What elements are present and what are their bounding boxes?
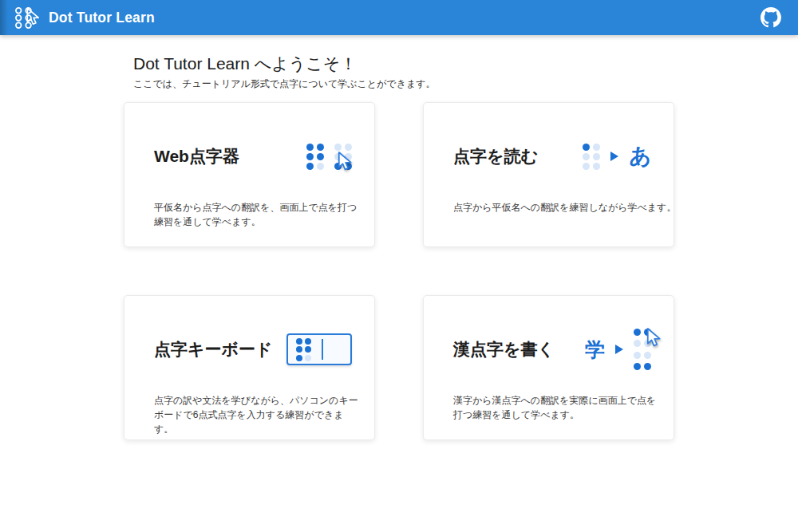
card-description: 点字から平仮名への翻訳を練習しながら学べます。 bbox=[453, 200, 661, 215]
main-content: Dot Tutor Learn へようこそ！ ここでは、チュートリアル形式で点字… bbox=[0, 35, 798, 440]
braille-dot bbox=[583, 163, 590, 170]
braille-dot bbox=[634, 329, 641, 336]
braille-dot bbox=[317, 163, 324, 170]
braille-dot bbox=[296, 338, 302, 345]
braille-dot bbox=[306, 163, 314, 170]
card-title-row: Web点字器 bbox=[154, 125, 361, 187]
braille-dot bbox=[644, 329, 651, 336]
braille-dot bbox=[583, 153, 590, 160]
braille-dot bbox=[305, 338, 311, 345]
braille-cell bbox=[306, 144, 324, 170]
app-logo[interactable] bbox=[13, 5, 39, 31]
kanji-char: 学 bbox=[585, 340, 605, 360]
github-link[interactable] bbox=[760, 7, 781, 28]
braille-dot bbox=[345, 153, 352, 160]
braille-dot bbox=[593, 144, 600, 151]
braille-dot bbox=[296, 346, 302, 353]
braille-cursor-logo-icon bbox=[13, 5, 39, 31]
braille-dot bbox=[306, 144, 314, 151]
card-description: 点字の訳や文法を学びながら、パソコンのキーボードで6点式点字を入力する練習ができ… bbox=[154, 393, 361, 436]
card-description: 漢字から漢点字への翻訳を実際に画面上で点を打つ練習を通して学べます。 bbox=[453, 393, 661, 422]
braille-cells-cursor-icon bbox=[306, 144, 352, 170]
card-read-braille[interactable]: 点字を読む あ 点字から平仮名への翻訳を練習しながら学べます。 bbox=[423, 102, 674, 247]
braille-to-hiragana-icon: あ bbox=[583, 144, 651, 170]
braille-dot bbox=[317, 153, 324, 160]
braille-dot bbox=[644, 352, 651, 359]
card-title-row: 点字を読む あ bbox=[453, 125, 661, 187]
tutorial-card-grid: Web点字器 平仮名から点字への翻訳を、画面上で点を打つ練習を通して学べます。 … bbox=[124, 102, 674, 440]
card-title: 点字を読む bbox=[453, 145, 538, 167]
arrow-right-icon bbox=[610, 152, 618, 161]
braille-dot bbox=[634, 363, 641, 370]
braille-dot bbox=[305, 355, 311, 361]
braille-dot bbox=[334, 144, 342, 151]
braille-cell bbox=[334, 144, 352, 170]
braille-dot bbox=[334, 163, 342, 170]
braille-cell bbox=[296, 338, 311, 361]
braille-input-box-icon bbox=[286, 333, 352, 365]
card-write-kanji-braille[interactable]: 漢点字を書く 学 漢字から漢点字への翻訳を実際に画面上で点を打つ練習を通して学べ… bbox=[423, 295, 674, 440]
braille-dot bbox=[317, 144, 324, 151]
card-description: 平仮名から点字への翻訳を、画面上で点を打つ練習を通して学べます。 bbox=[154, 200, 361, 229]
braille-dot bbox=[593, 153, 600, 160]
arrow-right-icon bbox=[615, 345, 623, 354]
card-title: 漢点字を書く bbox=[453, 338, 555, 361]
welcome-section: Dot Tutor Learn へようこそ！ ここでは、チュートリアル形式で点字… bbox=[124, 54, 674, 91]
app-title: Dot Tutor Learn bbox=[49, 10, 155, 26]
text-input-box-icon bbox=[286, 333, 352, 365]
braille-dot bbox=[334, 153, 342, 160]
card-title: 点字キーボード bbox=[154, 338, 272, 361]
github-icon bbox=[760, 7, 781, 28]
card-title: Web点字器 bbox=[154, 145, 239, 167]
braille-dot bbox=[306, 153, 314, 160]
card-title-row: 点字キーボード bbox=[154, 318, 361, 380]
braille-dot bbox=[583, 144, 590, 151]
page-subtitle: ここでは、チュートリアル形式で点字について学ぶことができます。 bbox=[133, 77, 674, 91]
braille-dot bbox=[593, 163, 600, 170]
braille-dot bbox=[345, 144, 352, 151]
card-title-row: 漢点字を書く 学 bbox=[453, 318, 661, 380]
braille-dot bbox=[345, 163, 352, 170]
app-header: Dot Tutor Learn bbox=[0, 0, 798, 35]
braille-dot bbox=[644, 363, 651, 370]
braille-dot bbox=[305, 346, 311, 353]
braille-dot bbox=[634, 340, 641, 347]
braille-dot bbox=[644, 340, 651, 347]
card-braille-keyboard[interactable]: 点字キーボード 点字の訳や文法を学びながら、パソコンのキーボードで6点式点字を入… bbox=[124, 295, 375, 440]
text-caret-icon bbox=[322, 339, 323, 360]
braille-dot bbox=[634, 352, 641, 359]
kanji-to-braille-cursor-icon: 学 bbox=[585, 329, 651, 371]
page-title: Dot Tutor Learn へようこそ！ bbox=[133, 54, 674, 73]
card-web-brailler[interactable]: Web点字器 平仮名から点字への翻訳を、画面上で点を打つ練習を通して学べます。 bbox=[124, 102, 375, 247]
hiragana-char: あ bbox=[629, 146, 651, 167]
braille-cell-8dot bbox=[634, 329, 651, 371]
braille-cell bbox=[583, 144, 600, 170]
braille-dot bbox=[296, 355, 302, 361]
